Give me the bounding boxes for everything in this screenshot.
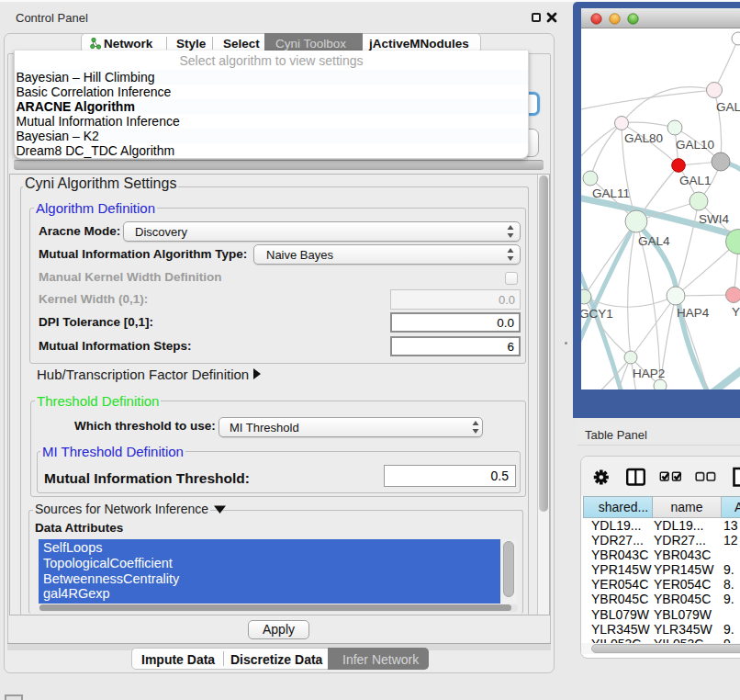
svg-text:HAP2: HAP2	[633, 367, 665, 380]
svg-text:GAL10: GAL10	[676, 138, 714, 152]
svg-text:GAL80: GAL80	[624, 131, 663, 145]
svg-text:GAL11: GAL11	[592, 186, 630, 200]
svg-text:Y: Y	[732, 305, 740, 319]
svg-text:GAL1: GAL1	[679, 174, 712, 187]
svg-text:SWI4: SWI4	[699, 212, 729, 226]
svg-text:HAP4: HAP4	[677, 306, 710, 320]
svg-text:GCY1: GCY1	[581, 307, 613, 321]
svg-text:GAL7: GAL7	[716, 100, 740, 114]
svg-text:GAL4: GAL4	[638, 234, 670, 248]
